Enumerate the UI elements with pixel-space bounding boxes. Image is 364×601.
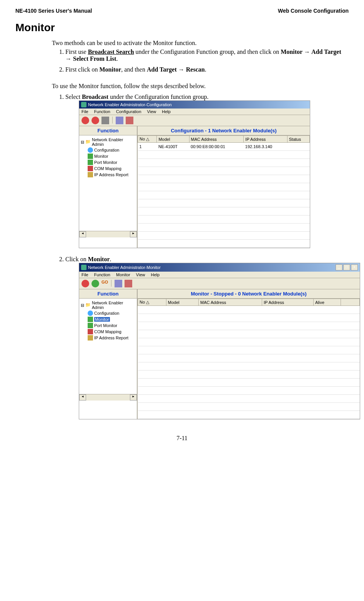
minus-icon[interactable]: ⊟ — [81, 303, 84, 308]
table-row — [138, 371, 360, 379]
menu-file[interactable]: File — [81, 109, 88, 114]
maximize-button[interactable]: □ — [343, 264, 350, 270]
table-row — [138, 314, 360, 322]
screenshot-2: Network Enabler Administrator-Monitor _ … — [79, 263, 360, 419]
col-extra[interactable] — [341, 299, 360, 306]
scroll-left-arrow[interactable]: ◄ — [79, 394, 86, 401]
section-title: Web Console Configuration — [278, 8, 349, 14]
tree-view: ⊟ 📁 Network Enabler Admin Configuration … — [79, 299, 137, 394]
menu-help[interactable]: Help — [162, 109, 171, 114]
table-row — [138, 306, 360, 314]
table-row — [138, 322, 360, 330]
device-table: No △ Model MAC Address IP Address Status — [138, 135, 310, 248]
table-row — [138, 379, 360, 387]
col-status[interactable]: Status — [287, 136, 309, 143]
scroll-left-arrow[interactable]: ◄ — [79, 231, 86, 237]
menu-function[interactable]: Function — [94, 272, 110, 277]
table-row — [138, 183, 310, 191]
window-titlebar: Network Enabler Administrator-Monitor _ … — [79, 263, 360, 272]
tree-item-configuration[interactable]: Configuration — [88, 147, 135, 153]
toolbar-separator — [111, 280, 111, 287]
toolbar: GO — [79, 278, 360, 289]
port-icon — [88, 323, 93, 328]
scroll-right-arrow[interactable]: ► — [130, 231, 137, 237]
col-ip[interactable]: IP Address — [262, 299, 313, 306]
tree-item-monitor[interactable]: Monitor — [88, 316, 135, 322]
table-row — [138, 159, 310, 167]
step-item: Click on Monitor. Network Enabler Admini… — [65, 256, 349, 419]
tree-item-port-monitor[interactable]: Port Monitor — [88, 322, 135, 329]
method-item: First click on Monitor, and then Add Tar… — [65, 66, 349, 73]
tree-root[interactable]: ⊟ 📁 Network Enabler Admin — [81, 137, 135, 147]
app-icon — [81, 265, 86, 270]
toolbar-icon[interactable] — [91, 280, 99, 287]
tree-root[interactable]: ⊟ 📁 Network Enabler Admin — [81, 300, 135, 310]
col-mac[interactable]: MAC Address — [189, 136, 244, 143]
step-item: Select Broadcast under the Configuration… — [65, 93, 349, 248]
ip-icon — [88, 335, 93, 341]
methods-list: First use Broadcast Search under the Con… — [52, 48, 349, 73]
menu-file[interactable]: File — [81, 272, 88, 277]
toolbar-icon[interactable] — [116, 117, 123, 124]
table-row — [138, 167, 310, 175]
col-model[interactable]: Model — [166, 299, 198, 306]
scroll-right-arrow[interactable]: ► — [130, 394, 137, 401]
toolbar-icon[interactable] — [81, 280, 89, 287]
sidebar-header: Function — [79, 289, 137, 299]
menu-view[interactable]: View — [147, 109, 156, 114]
tree-item-com-mapping[interactable]: COM Mapping — [88, 329, 135, 335]
window-title: Network Enabler Administrator-Monitor — [88, 265, 161, 270]
second-intro: To use the Monitor function, follow the … — [52, 83, 349, 90]
col-ip[interactable]: IP Address — [244, 136, 287, 143]
toolbar — [79, 115, 310, 126]
method-item: First use Broadcast Search under the Con… — [65, 48, 349, 62]
intro-text: Two methods can be used to activate the … — [52, 40, 349, 47]
tree-item-com-mapping[interactable]: COM Mapping — [88, 165, 135, 172]
table-row — [138, 151, 310, 159]
menu-monitor[interactable]: Monitor — [116, 272, 130, 277]
tree-item-monitor[interactable]: Monitor — [88, 153, 135, 159]
col-no[interactable]: No △ — [138, 299, 166, 306]
toolbar-icon[interactable] — [115, 280, 122, 287]
toolbar-icon[interactable] — [91, 117, 99, 124]
toolbar-icon[interactable] — [81, 117, 89, 124]
window-title: Network Enabler Administrator-Configurat… — [88, 102, 172, 107]
toolbar-icon[interactable] — [126, 117, 133, 124]
col-alive[interactable]: Alive — [313, 299, 341, 306]
sidebar: Function ⊟ 📁 Network Enabler Admin Confi… — [79, 289, 138, 419]
window-titlebar: Network Enabler Administrator-Configurat… — [79, 101, 310, 109]
menu-function[interactable]: Function — [94, 109, 110, 114]
toolbar-icon[interactable] — [125, 280, 132, 287]
menu-help[interactable]: Help — [151, 272, 160, 277]
h-scrollbar[interactable]: ◄ ► — [79, 394, 137, 401]
sidebar: Function ⊟ 📁 Network Enabler Admin Confi… — [79, 126, 138, 248]
tree-item-ip-report[interactable]: IP Address Report — [88, 335, 135, 341]
tree-item-configuration[interactable]: Configuration — [88, 310, 135, 316]
menu-view[interactable]: View — [136, 272, 145, 277]
toolbar-icon[interactable] — [101, 117, 109, 124]
info-icon — [88, 147, 93, 153]
com-icon — [88, 166, 93, 171]
table-row[interactable]: 1 NE-4100T 00:90:E8:00:00:01 192.168.3.1… — [138, 143, 310, 151]
go-button[interactable]: GO — [101, 280, 108, 287]
folder-icon: 📁 — [85, 139, 91, 145]
table-row — [138, 240, 310, 248]
table-row — [138, 387, 360, 395]
com-icon — [88, 329, 93, 334]
h-scrollbar[interactable]: ◄ ► — [79, 231, 137, 237]
menu-configuration[interactable]: Configuration — [116, 109, 141, 114]
tree-item-port-monitor[interactable]: Port Monitor — [88, 159, 135, 165]
table-row — [138, 411, 360, 419]
table-row — [138, 199, 310, 207]
col-no[interactable]: No △ — [138, 136, 157, 143]
tree-item-ip-report[interactable]: IP Address Report — [88, 172, 135, 178]
sidebar-header: Function — [79, 126, 137, 135]
col-mac[interactable]: MAC Address — [199, 299, 262, 306]
port-icon — [88, 160, 93, 165]
close-button[interactable]: × — [351, 264, 358, 270]
table-row — [138, 354, 360, 362]
folder-icon: 📁 — [85, 302, 91, 308]
minus-icon[interactable]: ⊟ — [81, 140, 84, 145]
minimize-button[interactable]: _ — [336, 264, 342, 270]
col-model[interactable]: Model — [157, 136, 189, 143]
